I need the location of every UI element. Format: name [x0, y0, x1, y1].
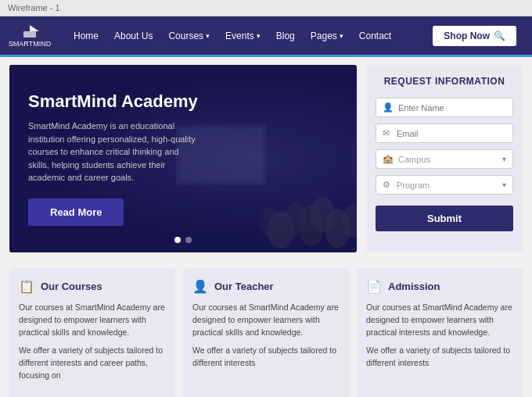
svg-rect-1 [23, 31, 36, 38]
nav-home[interactable]: Home [67, 26, 105, 46]
program-chevron-icon: ▾ [502, 181, 506, 189]
navbar: SMARTMIND Home About Us Courses ▾ Events… [0, 16, 532, 57]
admission-card-text2: We offer a variety of subjects tailored … [366, 345, 513, 370]
teacher-icon: 👤 [192, 279, 208, 294]
hero-dot-2[interactable] [185, 237, 192, 243]
logo: SMARTMIND [16, 22, 44, 50]
nav-blog[interactable]: Blog [270, 26, 301, 46]
campus-label: Campus [398, 155, 498, 164]
admission-card-text1: Our courses at SmartMind Academy are des… [366, 302, 513, 338]
courses-card-title: Our Courses [41, 281, 102, 292]
hero-content: SmartMind Academy SmartMind Academy is a… [28, 91, 338, 226]
campus-dropdown[interactable]: 🏫 Campus ▾ [376, 149, 513, 169]
admission-icon: 📄 [366, 279, 382, 294]
email-icon: ✉ [383, 128, 392, 138]
courses-card-header: 📋 Our Courses [19, 279, 166, 294]
teacher-card-text1: Our courses at SmartMind Academy are des… [192, 302, 340, 338]
logo-icon: SMARTMIND [16, 22, 44, 50]
program-icon: ⚙ [383, 180, 392, 190]
nav-pages[interactable]: Pages ▾ [304, 26, 350, 46]
courses-card-text2: We offer a variety of subjects tailored … [19, 345, 166, 381]
teacher-card-header: 👤 Our Teacher [192, 279, 340, 294]
read-more-button[interactable]: Read More [28, 198, 124, 226]
program-label: Program [397, 181, 498, 190]
courses-icon: 📋 [19, 279, 34, 294]
email-input[interactable] [397, 129, 506, 138]
main-content: SmartMind Academy SmartMind Academy is a… [0, 57, 532, 260]
nav-courses[interactable]: Courses ▾ [162, 26, 216, 46]
search-icon: 🔍 [494, 30, 505, 41]
hero-title: SmartMind Academy [28, 91, 338, 112]
name-field[interactable]: 👤 [376, 98, 513, 117]
name-input[interactable] [398, 103, 506, 113]
hero-description: SmartMind Academy is an educational inst… [28, 120, 200, 184]
shop-now-button[interactable]: Shop Now 🔍 [433, 26, 516, 46]
teacher-card-title: Our Teacher [214, 281, 274, 292]
sidebar-title: REQUEST INFORMATION [376, 76, 513, 87]
logo-text: SMARTMIND [9, 41, 51, 48]
campus-chevron-icon: ▾ [502, 155, 506, 163]
nav-links: Home About Us Courses ▾ Events ▾ Blog Pa… [67, 26, 433, 46]
program-dropdown[interactable]: ⚙ Program ▾ [376, 175, 513, 195]
submit-button[interactable]: Submit [376, 206, 513, 231]
teacher-card-text2: We offer a variety of subjects tailored … [192, 345, 340, 370]
email-field[interactable]: ✉ [376, 123, 513, 143]
wireframe-label: Wireframe - 1 [8, 3, 60, 13]
svg-marker-0 [30, 25, 39, 31]
teacher-card: 👤 Our Teacher Our courses at SmartMind A… [183, 268, 349, 397]
admission-card-title: Admission [388, 281, 440, 292]
courses-card-text1: Our courses at SmartMind Academy are des… [19, 302, 166, 338]
admission-card-header: 📄 Admission [366, 279, 513, 294]
hero-dot-1[interactable] [174, 237, 181, 243]
request-info-sidebar: REQUEST INFORMATION 👤 ✉ 🏫 Campus ▾ ⚙ Pro… [366, 65, 523, 252]
hero-dots [174, 237, 192, 243]
nav-events[interactable]: Events ▾ [219, 26, 267, 46]
top-bar: Wireframe - 1 [0, 0, 532, 16]
person-icon: 👤 [383, 102, 394, 113]
nav-about[interactable]: About Us [108, 26, 159, 46]
cards-section: 📋 Our Courses Our courses at SmartMind A… [0, 260, 532, 397]
hero-section: SmartMind Academy SmartMind Academy is a… [9, 65, 357, 252]
nav-contact[interactable]: Contact [353, 26, 397, 46]
campus-icon: 🏫 [383, 154, 394, 164]
admission-card: 📄 Admission Our courses at SmartMind Aca… [357, 268, 523, 397]
courses-card: 📋 Our Courses Our courses at SmartMind A… [9, 268, 175, 397]
